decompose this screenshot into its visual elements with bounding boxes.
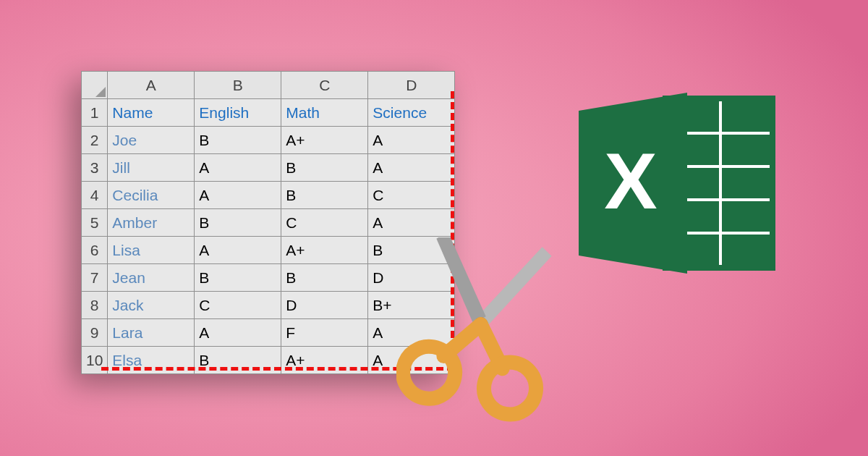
excel-logo-icon: X xyxy=(571,85,781,281)
cell[interactable]: C xyxy=(368,182,455,209)
cell[interactable]: Cecilia xyxy=(108,182,195,209)
cell[interactable]: A xyxy=(368,127,455,154)
svg-rect-10 xyxy=(722,235,770,265)
cell[interactable]: Jill xyxy=(108,154,195,182)
svg-rect-4 xyxy=(722,135,770,165)
cell[interactable]: D xyxy=(281,292,368,319)
row-number[interactable]: 8 xyxy=(82,292,108,319)
svg-text:X: X xyxy=(604,136,657,225)
table-row: 3 Jill A B A xyxy=(82,154,455,182)
cell[interactable]: A+ xyxy=(281,127,368,154)
cell[interactable]: C xyxy=(281,209,368,237)
cell[interactable]: B xyxy=(281,264,368,292)
cell[interactable]: A+ xyxy=(281,237,368,264)
cell[interactable]: A xyxy=(195,182,281,209)
cell[interactable]: A xyxy=(368,154,455,182)
cell[interactable]: English xyxy=(195,99,281,127)
svg-rect-8 xyxy=(722,201,770,232)
cell[interactable]: B xyxy=(281,182,368,209)
row-number[interactable]: 9 xyxy=(82,319,108,347)
cell[interactable]: C xyxy=(195,292,281,319)
cell[interactable]: A xyxy=(195,154,281,182)
cell[interactable]: Lisa xyxy=(108,237,195,264)
cell[interactable]: Science xyxy=(368,99,455,127)
svg-point-17 xyxy=(480,358,540,418)
row-number[interactable]: 2 xyxy=(82,127,108,154)
svg-rect-2 xyxy=(722,101,770,132)
svg-marker-13 xyxy=(477,238,553,333)
row-number[interactable]: 10 xyxy=(82,347,108,374)
col-header-B[interactable]: B xyxy=(195,72,281,99)
col-header-A[interactable]: A xyxy=(108,72,195,99)
cell[interactable]: Jean xyxy=(108,264,195,292)
row-number[interactable]: 6 xyxy=(82,237,108,264)
cell[interactable]: B xyxy=(195,127,281,154)
svg-rect-6 xyxy=(722,168,770,198)
row-number[interactable]: 5 xyxy=(82,209,108,237)
row-number[interactable]: 7 xyxy=(82,264,108,292)
table-row: 5 Amber B C A xyxy=(82,209,455,237)
table-row: 1 Name English Math Science xyxy=(82,99,455,127)
cell[interactable]: F xyxy=(281,319,368,347)
col-header-D[interactable]: D xyxy=(368,72,455,99)
cell[interactable]: Math xyxy=(281,99,368,127)
cell[interactable]: B xyxy=(195,209,281,237)
scissors-icon xyxy=(396,237,563,426)
table-row: 2 Joe B A+ A xyxy=(82,127,455,154)
row-number[interactable]: 3 xyxy=(82,154,108,182)
cell[interactable]: Name xyxy=(108,99,195,127)
cell[interactable]: A xyxy=(368,209,455,237)
cell[interactable]: A+ xyxy=(281,347,368,374)
cell[interactable]: B xyxy=(281,154,368,182)
cell[interactable]: Elsa xyxy=(108,347,195,374)
cell[interactable]: A xyxy=(195,319,281,347)
cell[interactable]: Amber xyxy=(108,209,195,237)
row-number[interactable]: 4 xyxy=(82,182,108,209)
cell[interactable]: Lara xyxy=(108,319,195,347)
cell[interactable]: A xyxy=(195,237,281,264)
cell[interactable]: Jack xyxy=(108,292,195,319)
cell[interactable]: B xyxy=(195,264,281,292)
select-all-corner[interactable] xyxy=(82,72,108,99)
row-number[interactable]: 1 xyxy=(82,99,108,127)
cell[interactable]: B xyxy=(195,347,281,374)
column-header-row: A B C D xyxy=(82,72,455,99)
cell[interactable]: Joe xyxy=(108,127,195,154)
col-header-C[interactable]: C xyxy=(281,72,368,99)
table-row: 4 Cecilia A B C xyxy=(82,182,455,209)
svg-point-18 xyxy=(399,342,459,402)
